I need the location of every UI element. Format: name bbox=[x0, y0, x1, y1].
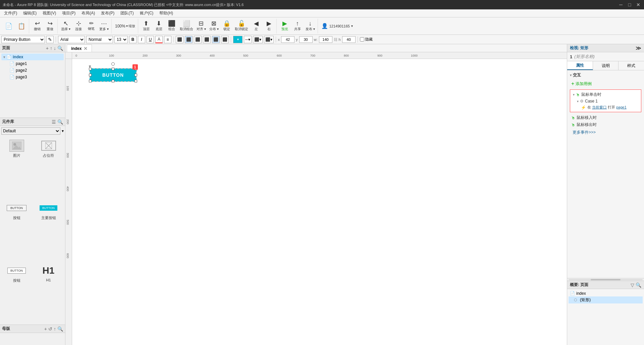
masters-search-btn[interactable]: 🔍 bbox=[57, 326, 63, 332]
close-btn[interactable]: ✕ bbox=[635, 2, 641, 8]
user-btn[interactable]: 👤 1214901165 ▾ bbox=[320, 19, 354, 33]
menu-layout[interactable]: 布局(A) bbox=[79, 10, 98, 17]
menu-edit[interactable]: 编辑(E) bbox=[20, 10, 39, 17]
minimize-btn[interactable]: ─ bbox=[618, 2, 624, 8]
w-input[interactable] bbox=[319, 36, 332, 43]
top-layer-btn[interactable]: ⬆ 顶层 bbox=[140, 19, 152, 33]
handle-bottom-right[interactable] bbox=[135, 80, 137, 82]
mouse-click-event[interactable]: ▾ 🖱 鼠标单击时 bbox=[572, 91, 640, 98]
more-tools-btn[interactable]: ⋯ 更多 ▾ bbox=[98, 19, 110, 33]
canvas-button-widget[interactable]: 1 ▿ BUTTON bbox=[90, 68, 137, 82]
component-item-placeholder[interactable]: 占位符 bbox=[33, 137, 64, 198]
redo-btn[interactable]: ↪ 重做 bbox=[44, 19, 56, 33]
style-select[interactable]: Normal bbox=[86, 36, 113, 43]
page-item-page1[interactable]: 📄 page1 bbox=[1, 60, 64, 67]
publish-btn[interactable]: ↓ 发布 ▾ bbox=[304, 19, 316, 33]
font-select[interactable]: Arial bbox=[58, 36, 85, 43]
bottom-layer-btn[interactable]: ⬇ 底层 bbox=[153, 19, 165, 33]
hidden-checkbox[interactable] bbox=[360, 37, 364, 42]
rotate-handle[interactable] bbox=[111, 62, 115, 66]
pages-add-btn[interactable]: + bbox=[46, 46, 49, 51]
masters-add-btn[interactable]: + bbox=[44, 326, 47, 332]
component-item-primary-button[interactable]: BUTTON 主要按钮 bbox=[33, 200, 64, 261]
font-color-btn[interactable]: A bbox=[155, 36, 163, 43]
mouse-enter-event[interactable]: 🖱 鼠标移入时 bbox=[570, 114, 641, 121]
menu-help[interactable]: 帮助(H) bbox=[157, 10, 176, 17]
align-bottom-btn[interactable]: ⬛ bbox=[221, 36, 229, 43]
align-btn[interactable]: ⊟ 对齐 ▾ bbox=[195, 19, 207, 33]
canvas-container[interactable]: 0 100 200 300 400 500 600 700 800 900 10… bbox=[65, 52, 567, 345]
component-item-button[interactable]: BUTTON 按钮 bbox=[1, 200, 32, 261]
new-btn[interactable]: 📄 bbox=[3, 19, 15, 33]
handle-middle-right[interactable] bbox=[135, 74, 137, 76]
list-btn[interactable]: ≡ bbox=[164, 36, 171, 43]
rp-tab-notes[interactable]: 说明 bbox=[593, 61, 619, 70]
pages-up-btn[interactable]: ↑ bbox=[50, 46, 52, 51]
masters-import-btn[interactable]: ↑ bbox=[54, 326, 56, 332]
align-right-btn[interactable]: ⬛ bbox=[194, 36, 202, 43]
menu-publish[interactable]: 发布(P) bbox=[98, 10, 117, 17]
rp-tab-style[interactable]: 样式 bbox=[619, 61, 644, 70]
unlock-btn[interactable]: 🔓 取消锁定 bbox=[233, 19, 250, 33]
mouse-leave-event[interactable]: 🖱 鼠标移出时 bbox=[570, 121, 641, 128]
pages-down-btn[interactable]: ↓ bbox=[54, 46, 56, 51]
clipboard-btn[interactable]: 📋 bbox=[15, 19, 28, 33]
overview-filter-btn[interactable]: ▽ bbox=[631, 282, 634, 288]
overview-search-btn[interactable]: 🔍 bbox=[636, 282, 641, 288]
more-format-btn[interactable]: ⬛▾ bbox=[264, 36, 274, 43]
size-select[interactable]: 13 bbox=[114, 36, 128, 43]
preview-btn[interactable]: ▶ 预览 bbox=[279, 19, 291, 33]
pen-btn[interactable]: ✏ 钢笔 bbox=[85, 19, 97, 33]
maximize-btn[interactable]: □ bbox=[627, 2, 633, 8]
handle-middle-left[interactable] bbox=[89, 74, 92, 76]
tree-item-shape[interactable]: ⬡ (矩形) bbox=[569, 296, 643, 303]
align-center-btn[interactable]: ⬛ bbox=[185, 36, 193, 43]
add-case-btn[interactable]: + 添加用例 bbox=[570, 80, 641, 87]
canvas-tab-index[interactable]: index ✕ bbox=[67, 45, 92, 52]
menu-project[interactable]: 项目(P) bbox=[59, 10, 78, 17]
component-item-heading[interactable]: H1 H1 bbox=[33, 262, 64, 323]
align-left-btn[interactable]: ⬛ bbox=[176, 36, 183, 43]
component-item-image[interactable]: 图片 bbox=[1, 137, 32, 198]
menu-view[interactable]: 视图(V) bbox=[40, 10, 59, 17]
tree-item-index[interactable]: 📄 index bbox=[569, 290, 643, 296]
menu-account[interactable]: 账户(C) bbox=[137, 10, 156, 17]
group-btn[interactable]: ⬛ 组合 bbox=[166, 19, 178, 33]
component-search-btn[interactable]: 🔍 bbox=[57, 119, 63, 125]
fill-color-btn[interactable]: ▾ bbox=[233, 36, 243, 43]
bold-btn[interactable]: B bbox=[129, 36, 137, 43]
share-btn[interactable]: ↑ 共享 bbox=[291, 19, 304, 33]
page-item-page3[interactable]: 📄 page3 bbox=[1, 74, 64, 80]
undo-btn[interactable]: ↩ 撤销 bbox=[31, 19, 43, 33]
component-options-btn[interactable]: ☰ bbox=[52, 119, 56, 125]
select-btn[interactable]: ↖ 选择 ▾ bbox=[60, 19, 72, 33]
menu-team[interactable]: 团队(T) bbox=[118, 10, 136, 17]
h-input[interactable] bbox=[342, 36, 356, 43]
move-left-btn[interactable]: ◀ 左 bbox=[250, 19, 262, 33]
underline-btn[interactable]: U bbox=[147, 36, 154, 43]
component-item-outlined-button[interactable]: BUTTON 按钮 bbox=[1, 262, 32, 323]
menu-file[interactable]: 文件(F) bbox=[1, 10, 20, 17]
italic-btn[interactable]: I bbox=[138, 36, 145, 43]
ungroup-btn[interactable]: ⬜ 取消组合 bbox=[178, 19, 195, 33]
rp-expand-icon[interactable]: ≫ bbox=[636, 45, 641, 51]
page-item-page2[interactable]: 📄 page2 bbox=[1, 67, 64, 74]
hidden-label[interactable]: 隐藏 bbox=[360, 37, 373, 42]
handle-bottom-left[interactable] bbox=[89, 80, 92, 82]
align-middle-btn[interactable]: ⬛ bbox=[212, 36, 220, 43]
component-lib-select[interactable]: Default bbox=[1, 127, 60, 135]
pages-search-btn[interactable]: 🔍 bbox=[57, 46, 63, 51]
more-events-btn[interactable]: 更多事件>>> bbox=[570, 128, 641, 137]
widget-name-select[interactable]: Primary Button bbox=[1, 36, 45, 43]
shadow-btn[interactable]: ⬛▾ bbox=[253, 36, 263, 43]
widget-name-edit-btn[interactable]: ✎ bbox=[46, 36, 54, 43]
canvas[interactable]: 1 ▿ BUTTON bbox=[72, 59, 567, 345]
handle-top-middle[interactable] bbox=[112, 68, 114, 70]
rp-tab-properties[interactable]: 属性 bbox=[567, 61, 593, 70]
lock-btn[interactable]: 🔒 锁定 bbox=[221, 19, 233, 33]
scrollbar-thumb[interactable] bbox=[591, 279, 620, 280]
zoom-select[interactable]: 100% ▾ 缩放 bbox=[114, 19, 137, 33]
handle-bottom-middle[interactable] bbox=[112, 80, 114, 82]
page-item-index[interactable]: ▾ 📄 index bbox=[1, 54, 64, 60]
align-top-btn[interactable]: ⬛ bbox=[203, 36, 211, 43]
